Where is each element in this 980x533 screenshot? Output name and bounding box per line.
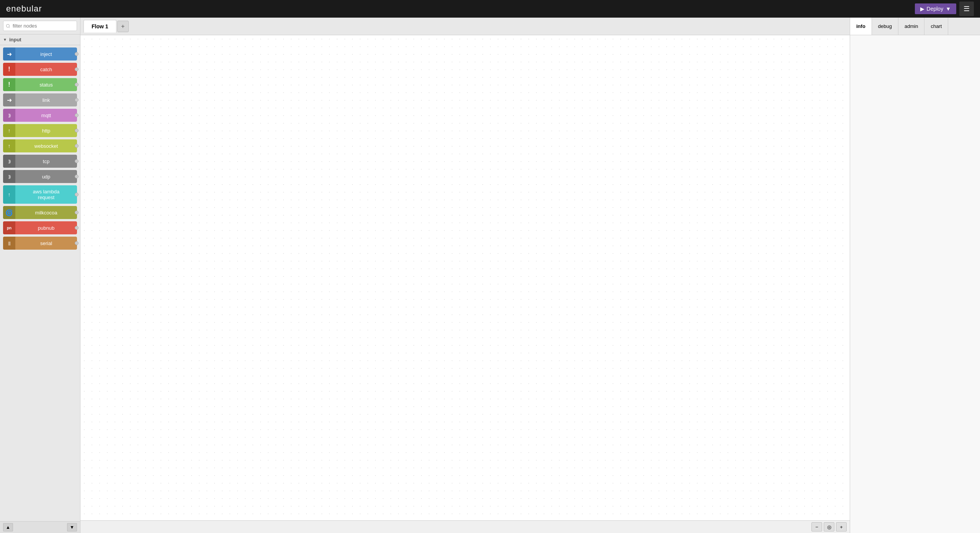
search-input[interactable] [3,21,77,31]
deploy-label: Deploy [927,6,944,12]
inject-output-dot [75,52,79,56]
http-icon: ↑ [3,124,15,137]
sidebar: ▼ input ➜inject!catch!status➜link)))mqtt… [0,18,80,533]
http-label: http [15,128,77,134]
canvas-area: Flow 1 + − ◎ + [80,18,850,533]
hamburger-button[interactable]: ☰ [959,2,974,16]
tcp-label: tcp [15,159,77,164]
zoom-minus-icon: − [815,524,818,530]
mqtt-label: mqtt [15,113,77,118]
tab-chart[interactable]: chart [924,18,948,35]
tcp-output-dot [75,159,79,163]
deploy-icon: ▶ [920,6,924,12]
catch-icon: ! [3,63,15,76]
link-output-dot [75,98,79,102]
catch-output-dot [75,67,79,71]
mqtt-icon: ))) [3,109,15,122]
status-output-dot [75,83,79,87]
zoom-plus-button[interactable]: + [836,522,847,531]
sidebar-item-status[interactable]: !status [3,78,77,91]
input-section-header[interactable]: ▼ input [0,34,80,45]
tcp-icon: ))) [3,155,15,168]
tab-admin[interactable]: admin [898,18,924,35]
add-tab-button[interactable]: + [117,21,129,32]
serial-icon: ||| [3,237,15,250]
zoom-fit-button[interactable]: ◎ [824,522,834,531]
link-icon: ➜ [3,93,15,106]
awslambda-icon: ↑ [3,185,15,204]
main-layout: ▼ input ➜inject!catch!status➜link)))mqtt… [0,18,980,533]
brand-logo: enebular [6,4,42,14]
zoom-fit-icon: ◎ [827,524,831,530]
canvas-content[interactable] [80,35,850,520]
link-label: link [15,97,77,103]
add-tab-icon: + [121,23,125,30]
scroll-up-button[interactable]: ▲ [3,523,13,531]
canvas-tabs: Flow 1 + [80,18,850,35]
milkcocoa-output-dot [75,211,79,214]
navbar-actions: ▶ Deploy ▼ ☰ [915,2,974,16]
sidebar-item-awslambda[interactable]: ↑aws lambda request [3,185,77,204]
serial-label: serial [15,240,77,246]
awslambda-output-dot [75,193,79,196]
sidebar-item-mqtt[interactable]: )))mqtt [3,109,77,122]
tab-debug[interactable]: debug [872,18,898,35]
milkcocoa-icon: 🌀 [3,206,15,219]
hamburger-icon: ☰ [964,5,970,13]
udp-output-dot [75,175,79,178]
flow-tab-label: Flow 1 [92,23,108,29]
deploy-button[interactable]: ▶ Deploy ▼ [915,3,956,14]
pubnub-output-dot [75,226,79,230]
serial-output-dot [75,241,79,245]
inject-label: inject [15,51,77,57]
mqtt-output-dot [75,113,79,117]
right-panel-content [850,35,980,533]
zoom-minus-button[interactable]: − [811,522,822,531]
chevron-down-icon: ▼ [3,38,7,42]
sidebar-search-area [0,18,80,34]
tab-info[interactable]: info [850,18,872,35]
dropdown-arrow-icon: ▼ [946,6,951,12]
zoom-plus-icon: + [840,524,843,530]
udp-icon: ))) [3,170,15,183]
sidebar-item-websocket[interactable]: ↑websocket [3,139,77,152]
websocket-output-dot [75,144,79,148]
sidebar-item-catch[interactable]: !catch [3,63,77,76]
scroll-down-button[interactable]: ▼ [67,523,77,531]
sidebar-item-serial[interactable]: |||serial [3,237,77,250]
status-label: status [15,82,77,88]
node-list: ➜inject!catch!status➜link)))mqtt↑http↑we… [0,45,80,521]
catch-label: catch [15,67,77,72]
pubnub-icon: pn [3,221,15,234]
canvas-footer: − ◎ + [80,520,850,533]
awslambda-label: aws lambda request [15,189,77,200]
sidebar-item-http[interactable]: ↑http [3,124,77,137]
milkcocoa-label: milkcocoa [15,210,77,216]
sidebar-item-pubnub[interactable]: pnpubnub [3,221,77,234]
navbar: enebular ▶ Deploy ▼ ☰ [0,0,980,18]
status-icon: ! [3,78,15,91]
flow-tab[interactable]: Flow 1 [84,20,116,33]
section-label: input [9,37,21,43]
sidebar-footer: ▲ ▼ [0,521,80,533]
sidebar-item-milkcocoa[interactable]: 🌀milkcocoa [3,206,77,219]
udp-label: udp [15,174,77,180]
sidebar-item-udp[interactable]: )))udp [3,170,77,183]
pubnub-label: pubnub [15,225,77,231]
right-panel-tabs: infodebugadminchart [850,18,980,35]
websocket-label: websocket [15,143,77,149]
http-output-dot [75,129,79,132]
sidebar-item-link[interactable]: ➜link [3,93,77,106]
websocket-icon: ↑ [3,139,15,152]
right-panel: infodebugadminchart [850,18,980,533]
sidebar-item-tcp[interactable]: )))tcp [3,155,77,168]
sidebar-item-inject[interactable]: ➜inject [3,47,77,60]
inject-icon: ➜ [3,47,15,60]
